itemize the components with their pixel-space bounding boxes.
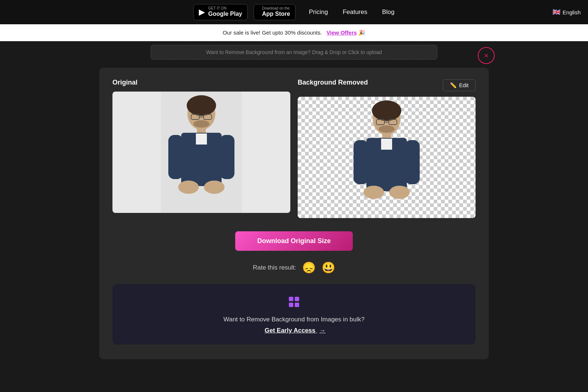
- upload-bar[interactable]: Want to Remove Background from an Image?…: [151, 45, 437, 60]
- top-nav: ▶ GET IT ON Google Play Download on the …: [0, 0, 588, 24]
- original-image: [112, 92, 290, 213]
- nav-features[interactable]: Features: [343, 8, 367, 16]
- bulk-early-access-link[interactable]: Get Early Access →: [262, 327, 326, 334]
- rate-good-button[interactable]: 😃: [322, 261, 335, 274]
- bulk-title: Want to Remove Background from Images in…: [120, 316, 468, 323]
- bulk-access-card: Want to Remove Background from Images in…: [112, 284, 476, 345]
- svg-point-15: [372, 100, 401, 121]
- bulk-icon: [120, 295, 468, 311]
- nav-links: Pricing Features Blog: [309, 8, 394, 16]
- google-play-big-label: Google Play: [208, 10, 242, 17]
- removed-label: Background Removed: [298, 79, 368, 86]
- download-button[interactable]: Download Original Size: [235, 231, 353, 251]
- sale-emoji: 🎉: [358, 29, 365, 36]
- removed-person-svg: [346, 97, 427, 218]
- edit-button[interactable]: ✏️ Edit: [443, 79, 476, 91]
- svg-rect-30: [295, 303, 299, 307]
- svg-point-8: [178, 181, 199, 194]
- google-play-button[interactable]: ▶ GET IT ON Google Play: [193, 4, 247, 20]
- sale-banner: Our sale is live! Get upto 30% discounts…: [0, 24, 588, 41]
- language-label: English: [563, 9, 581, 15]
- removed-image: [298, 97, 476, 218]
- result-panel: Original: [99, 68, 489, 359]
- svg-rect-27: [289, 297, 293, 301]
- bulk-arrow: →: [319, 327, 326, 334]
- nav-blog[interactable]: Blog: [382, 8, 394, 16]
- svg-rect-28: [295, 297, 299, 301]
- edit-label: Edit: [459, 82, 469, 88]
- image-comparison: Original: [112, 79, 476, 218]
- upload-placeholder: Want to Remove Background from an Image?…: [206, 49, 382, 55]
- view-offers-link[interactable]: View Offers: [327, 29, 357, 36]
- rate-label: Rate this result:: [253, 264, 296, 271]
- svg-rect-19: [354, 140, 368, 184]
- original-label: Original: [112, 79, 290, 86]
- svg-rect-29: [289, 303, 293, 307]
- original-person-svg: [161, 92, 242, 213]
- svg-rect-20: [405, 140, 420, 184]
- nav-pricing[interactable]: Pricing: [309, 8, 328, 16]
- removed-header: Background Removed ✏️ Edit: [298, 79, 476, 92]
- close-button[interactable]: ×: [478, 47, 495, 64]
- rate-bad-button[interactable]: 😞: [302, 261, 316, 274]
- svg-point-26: [379, 125, 395, 133]
- download-section: Download Original Size: [112, 231, 476, 251]
- google-play-small-label: GET IT ON: [208, 7, 242, 10]
- svg-point-21: [363, 186, 384, 199]
- rating-section: Rate this result: 😞 😃: [112, 261, 476, 274]
- svg-rect-7: [220, 135, 234, 179]
- app-store-button[interactable]: Download on the App Store: [254, 4, 295, 20]
- svg-point-2: [187, 95, 216, 116]
- svg-rect-5: [196, 133, 207, 145]
- flag-icon: 🇬🇧: [552, 8, 560, 16]
- upload-bar-wrapper: Want to Remove Background from an Image?…: [0, 41, 588, 63]
- edit-icon: ✏️: [450, 82, 457, 89]
- sale-text: Our sale is live! Get upto 30% discounts…: [223, 29, 322, 36]
- svg-rect-18: [381, 139, 392, 150]
- google-play-icon: ▶: [199, 7, 205, 17]
- svg-rect-6: [168, 135, 183, 179]
- svg-point-9: [204, 181, 225, 194]
- removed-col: Background Removed ✏️ Edit: [298, 79, 476, 218]
- original-col: Original: [112, 79, 290, 213]
- svg-point-22: [389, 186, 410, 199]
- svg-point-13: [193, 120, 209, 128]
- language-selector[interactable]: 🇬🇧 English: [552, 8, 581, 16]
- app-store-small-label: Download on the: [262, 7, 290, 10]
- app-store-big-label: App Store: [262, 10, 290, 17]
